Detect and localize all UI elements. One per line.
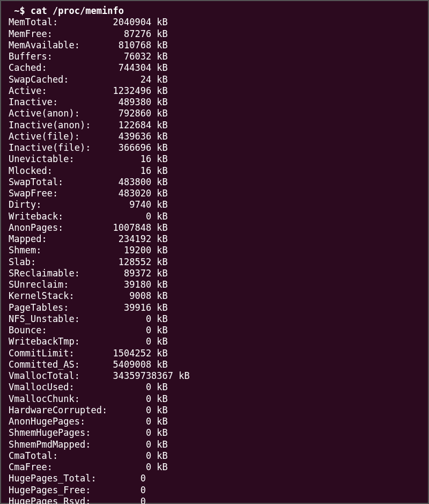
meminfo-value: 0 [107, 450, 151, 462]
meminfo-key: ShmemPmdMapped: [9, 439, 107, 450]
shell-command: cat /proc/meminfo [31, 5, 124, 16]
meminfo-unit: kB [151, 85, 168, 97]
meminfo-row: Active: 1232496 kB [9, 85, 420, 97]
meminfo-row: SwapTotal: 483800 kB [9, 177, 420, 188]
meminfo-row: KernelStack: 9008 kB [9, 290, 420, 302]
meminfo-key: KernelStack: [9, 290, 107, 302]
meminfo-value: 0 [107, 336, 151, 347]
meminfo-row: Inactive: 489380 kB [9, 97, 420, 108]
meminfo-row: Slab: 128552 kB [9, 257, 420, 268]
meminfo-unit: kB [151, 290, 168, 302]
meminfo-value: 19200 [107, 245, 151, 256]
meminfo-row: Active(file): 439636 kB [9, 131, 420, 142]
meminfo-key: Active(file): [9, 131, 107, 142]
meminfo-key: VmallocUsed: [9, 382, 107, 393]
meminfo-key: VmallocTotal: [9, 370, 107, 382]
meminfo-value: 0 [107, 313, 151, 325]
meminfo-unit: kB [173, 370, 190, 382]
meminfo-row: Dirty: 9740 kB [9, 199, 420, 210]
meminfo-key: SwapCached: [9, 74, 107, 85]
meminfo-unit: kB [151, 211, 168, 222]
meminfo-key: CmaFree: [9, 462, 107, 473]
meminfo-key: VmallocChunk: [9, 393, 107, 405]
meminfo-key: Dirty: [9, 199, 107, 210]
shell-prompt: ~$ [9, 5, 31, 16]
meminfo-key: Buffers: [9, 51, 107, 62]
meminfo-key: SReclaimable: [9, 268, 107, 279]
meminfo-row: Inactive(anon): 122684 kB [9, 120, 420, 131]
meminfo-value: 0 [107, 496, 146, 504]
command-output: MemTotal: 2040904 kBMemFree: 87276 kBMem… [9, 17, 420, 504]
meminfo-value: 16 [107, 165, 151, 177]
terminal-window[interactable]: ~$ cat /proc/meminfo MemTotal: 2040904 k… [0, 0, 429, 504]
meminfo-key: HugePages_Rsvd: [9, 496, 107, 504]
meminfo-unit: kB [151, 51, 168, 62]
meminfo-row: SReclaimable: 89372 kB [9, 268, 420, 279]
meminfo-value: 1232496 [107, 85, 151, 97]
meminfo-key: Active(anon): [9, 108, 107, 119]
meminfo-unit: kB [151, 359, 168, 370]
meminfo-row: Writeback: 0 kB [9, 211, 420, 222]
meminfo-value: 9008 [107, 290, 151, 302]
meminfo-unit: kB [151, 393, 168, 405]
meminfo-key: CmaTotal: [9, 450, 107, 462]
meminfo-key: Committed_AS: [9, 359, 107, 370]
meminfo-unit: kB [151, 40, 168, 51]
meminfo-unit: kB [151, 222, 168, 233]
meminfo-value: 0 [107, 405, 151, 416]
meminfo-unit: kB [151, 405, 168, 416]
meminfo-value: 2040904 [107, 17, 151, 28]
meminfo-key: ShmemHugePages: [9, 427, 107, 439]
meminfo-unit: kB [151, 462, 168, 473]
meminfo-unit: kB [151, 348, 168, 359]
meminfo-unit: kB [151, 313, 168, 325]
meminfo-row: CmaTotal: 0 kB [9, 450, 420, 462]
meminfo-value: 810768 [107, 40, 151, 51]
meminfo-value: 439636 [107, 131, 151, 142]
meminfo-key: Bounce: [9, 325, 107, 336]
meminfo-key: Shmem: [9, 245, 107, 256]
meminfo-unit: kB [151, 382, 168, 393]
meminfo-row: NFS_Unstable: 0 kB [9, 313, 420, 325]
meminfo-value: 483020 [107, 188, 151, 199]
meminfo-unit: kB [151, 257, 168, 268]
meminfo-row: Committed_AS: 5409008 kB [9, 359, 420, 370]
meminfo-value: 122684 [107, 120, 151, 131]
meminfo-value: 1504252 [107, 348, 151, 359]
meminfo-row: ShmemPmdMapped: 0 kB [9, 439, 420, 450]
meminfo-unit: kB [151, 245, 168, 256]
meminfo-value: 489380 [107, 97, 151, 108]
meminfo-unit: kB [151, 416, 168, 427]
meminfo-row: SUnreclaim: 39180 kB [9, 279, 420, 290]
meminfo-row: WritebackTmp: 0 kB [9, 336, 420, 347]
meminfo-key: Mapped: [9, 233, 107, 245]
meminfo-unit: kB [151, 131, 168, 142]
meminfo-row: PageTables: 39916 kB [9, 302, 420, 313]
meminfo-row: MemTotal: 2040904 kB [9, 17, 420, 28]
meminfo-value: 16 [107, 154, 151, 165]
meminfo-key: SwapFree: [9, 188, 107, 199]
meminfo-value: 39180 [107, 279, 151, 290]
meminfo-row: MemFree: 87276 kB [9, 28, 420, 40]
meminfo-row: VmallocChunk: 0 kB [9, 393, 420, 405]
meminfo-unit: kB [151, 165, 168, 177]
meminfo-unit: kB [151, 108, 168, 119]
meminfo-row: Mlocked: 16 kB [9, 165, 420, 177]
meminfo-value: 24 [107, 74, 151, 85]
meminfo-key: Slab: [9, 257, 107, 268]
meminfo-value: 0 [107, 473, 146, 484]
meminfo-key: Mlocked: [9, 165, 107, 177]
meminfo-value: 87276 [107, 28, 151, 40]
meminfo-row: Bounce: 0 kB [9, 325, 420, 336]
meminfo-row: ShmemHugePages: 0 kB [9, 427, 420, 439]
meminfo-key: NFS_Unstable: [9, 313, 107, 325]
meminfo-value: 0 [107, 462, 151, 473]
meminfo-key: SwapTotal: [9, 177, 107, 188]
meminfo-key: HugePages_Total: [9, 473, 107, 484]
meminfo-row: VmallocTotal: 34359738367 kB [9, 370, 420, 382]
meminfo-value: 0 [107, 325, 151, 336]
meminfo-unit: kB [151, 177, 168, 188]
meminfo-value: 0 [107, 427, 151, 439]
meminfo-unit: kB [151, 233, 168, 245]
meminfo-row: Shmem: 19200 kB [9, 245, 420, 256]
